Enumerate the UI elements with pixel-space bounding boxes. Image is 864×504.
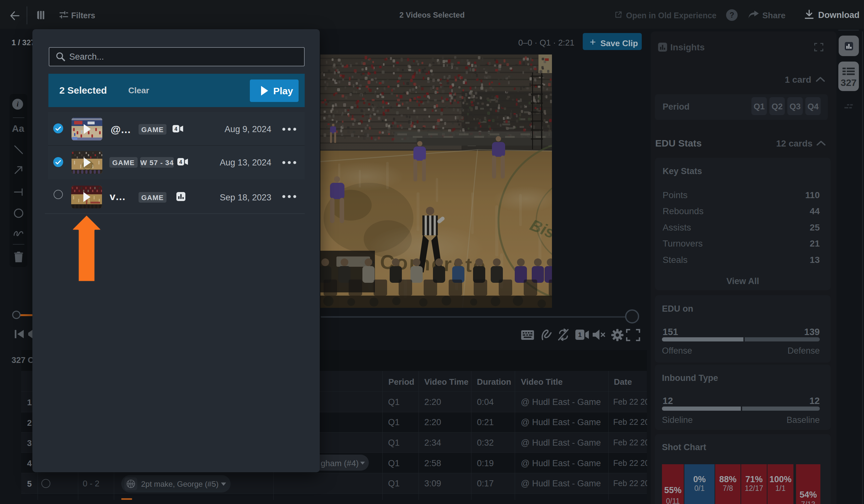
svg-text:4: 4 (179, 159, 182, 165)
svg-text:1: 1 (578, 331, 581, 338)
svg-text:4: 4 (175, 126, 177, 132)
